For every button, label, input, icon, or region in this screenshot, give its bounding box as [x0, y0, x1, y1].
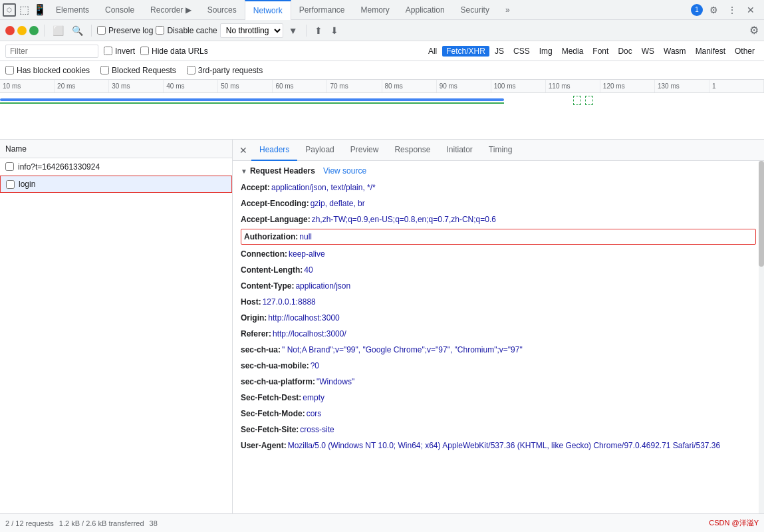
header-content-length: Content-Length: 40: [241, 263, 756, 277]
request-item-checkbox-login[interactable]: [6, 180, 15, 189]
close-icon[interactable]: ✕: [743, 2, 759, 18]
section-triangle: ▼: [241, 168, 247, 175]
status-number: 38: [150, 519, 158, 527]
throttle-dropdown-icon[interactable]: ▼: [286, 24, 301, 37]
header-sec-ch-ua-platform: sec-ch-ua-platform: "Windows": [241, 375, 756, 388]
name-column-header: Name: [5, 144, 27, 154]
request-item-name-info: info?t=1642661330924: [18, 162, 100, 172]
type-filters: All Fetch/XHR JS CSS Img Media Font Doc …: [424, 46, 759, 57]
blocked-requests-checkbox[interactable]: Blocked Requests: [100, 66, 176, 75]
tab-memory[interactable]: Memory: [353, 0, 398, 20]
notification-badge[interactable]: 1: [691, 4, 703, 16]
request-item-info[interactable]: info?t=1642661330924: [0, 158, 232, 176]
has-blocked-cookies-checkbox[interactable]: Has blocked cookies: [5, 66, 90, 75]
ruler-80ms: 80 ms: [382, 80, 437, 92]
throttle-select[interactable]: No throttling: [220, 23, 283, 38]
dashed-mark-2: [585, 96, 593, 105]
timeline-bars: [0, 93, 764, 140]
device-icon[interactable]: 📱: [32, 2, 48, 18]
ruler-more: 1: [709, 80, 764, 92]
top-tab-bar: ⬡ ⬚ 📱 Elements Console Recorder ▶ Source…: [0, 0, 764, 20]
gear-icon[interactable]: ⚙: [749, 24, 759, 37]
dashed-mark-1: [573, 96, 581, 105]
ruler-130ms: 130 ms: [655, 80, 709, 92]
header-sec-fetch-mode: Sec-Fetch-Mode: cors: [241, 407, 756, 420]
record-stop-btn[interactable]: [5, 26, 15, 35]
filter-fetch-xhr[interactable]: Fetch/XHR: [442, 46, 489, 57]
header-connection: Connection: keep-alive: [241, 247, 756, 261]
filter-doc[interactable]: Doc: [614, 46, 636, 57]
tab-payload[interactable]: Payload: [297, 140, 342, 161]
filter-wasm[interactable]: Wasm: [660, 46, 690, 57]
tab-network[interactable]: Network: [245, 0, 291, 20]
upload-icon[interactable]: ⬆: [312, 24, 325, 37]
ruler-60ms: 60 ms: [273, 80, 327, 92]
clear-btn[interactable]: [17, 26, 27, 35]
inspect-icon[interactable]: ⬚: [16, 2, 32, 18]
more-options-icon[interactable]: ⋮: [724, 2, 740, 18]
header-accept-encoding: Accept-Encoding: gzip, deflate, br: [241, 197, 756, 210]
tab-security[interactable]: Security: [453, 0, 497, 20]
tab-performance[interactable]: Performance: [291, 0, 353, 20]
header-accept: Accept: application/json, text/plain, */…: [241, 181, 756, 194]
request-item-name-login: login: [19, 180, 35, 189]
ruler-30ms: 30 ms: [109, 80, 164, 92]
settings-icon[interactable]: ⚙: [705, 2, 721, 18]
tab-elements[interactable]: Elements: [48, 0, 97, 20]
ruler-10ms: 10 ms: [0, 80, 55, 92]
filter-icon[interactable]: ⬜: [50, 24, 66, 37]
scroll-thumb[interactable]: [759, 161, 764, 267]
request-item-checkbox-info[interactable]: [5, 162, 14, 171]
hide-data-urls-checkbox[interactable]: Hide data URLs: [140, 47, 208, 56]
timeline-green-line: [0, 102, 504, 104]
ruler-70ms: 70 ms: [327, 80, 382, 92]
scrollbar[interactable]: [759, 161, 764, 513]
tab-recorder[interactable]: Recorder ▶: [142, 0, 199, 20]
request-item-login[interactable]: login: [0, 176, 232, 193]
filter-img[interactable]: Img: [535, 46, 557, 57]
tab-more[interactable]: »: [497, 0, 518, 20]
header-authorization: Authorization: null: [241, 229, 756, 245]
view-source-link[interactable]: View source: [323, 166, 366, 176]
tab-preview[interactable]: Preview: [342, 140, 387, 161]
invert-checkbox[interactable]: Invert: [104, 47, 135, 56]
right-panel: ✕ Headers Payload Preview Response Initi…: [233, 140, 764, 513]
filter-all[interactable]: All: [424, 46, 441, 57]
filter-input[interactable]: [5, 45, 98, 58]
header-sec-fetch-site: Sec-Fetch-Site: cross-site: [241, 423, 756, 436]
filter-manifest[interactable]: Manifest: [692, 46, 729, 57]
tab-response[interactable]: Response: [386, 140, 438, 161]
panel-content[interactable]: ▼ Request Headers View source Accept: ap…: [233, 161, 764, 513]
disable-cache-checkbox[interactable]: Disable cache: [156, 26, 217, 35]
filter-js[interactable]: JS: [491, 46, 508, 57]
filter-bar: Invert Hide data URLs All Fetch/XHR JS C…: [0, 41, 764, 61]
tab-sources[interactable]: Sources: [199, 0, 245, 20]
green-btn[interactable]: [29, 26, 39, 35]
header-origin: Origin: http://localhost:3000: [241, 311, 756, 325]
header-sec-fetch-dest: Sec-Fetch-Dest: empty: [241, 391, 756, 404]
tab-headers[interactable]: Headers: [251, 140, 297, 161]
watermark: CSDN @洋溢Y: [709, 518, 759, 528]
preserve-log-checkbox[interactable]: Preserve log: [97, 26, 153, 35]
header-referer: Referer: http://localhost:3000/: [241, 327, 756, 340]
ruler-40ms: 40 ms: [164, 80, 218, 92]
tab-timing[interactable]: Timing: [481, 140, 521, 161]
ruler-110ms: 110 ms: [546, 80, 600, 92]
search-icon[interactable]: 🔍: [69, 24, 86, 37]
download-icon[interactable]: ⬇: [328, 24, 341, 37]
third-party-requests-checkbox[interactable]: 3rd-party requests: [187, 66, 263, 75]
tab-initiator[interactable]: Initiator: [438, 140, 480, 161]
filter-ws[interactable]: WS: [638, 46, 658, 57]
header-accept-language: Accept-Language: zh,zh-TW;q=0.9,en-US;q=…: [241, 213, 756, 226]
tab-application[interactable]: Application: [398, 0, 453, 20]
tab-console[interactable]: Console: [97, 0, 142, 20]
filter-font[interactable]: Font: [588, 46, 612, 57]
devtools-icon[interactable]: ⬡: [3, 3, 16, 17]
filter-other[interactable]: Other: [731, 46, 759, 57]
filter-css[interactable]: CSS: [509, 46, 534, 57]
filter-media[interactable]: Media: [558, 46, 588, 57]
header-content-type: Content-Type: application/json: [241, 279, 756, 293]
panel-close-btn[interactable]: ✕: [235, 142, 251, 158]
requests-count: 2 / 12 requests: [5, 519, 54, 527]
ruler-20ms: 20 ms: [55, 80, 109, 92]
